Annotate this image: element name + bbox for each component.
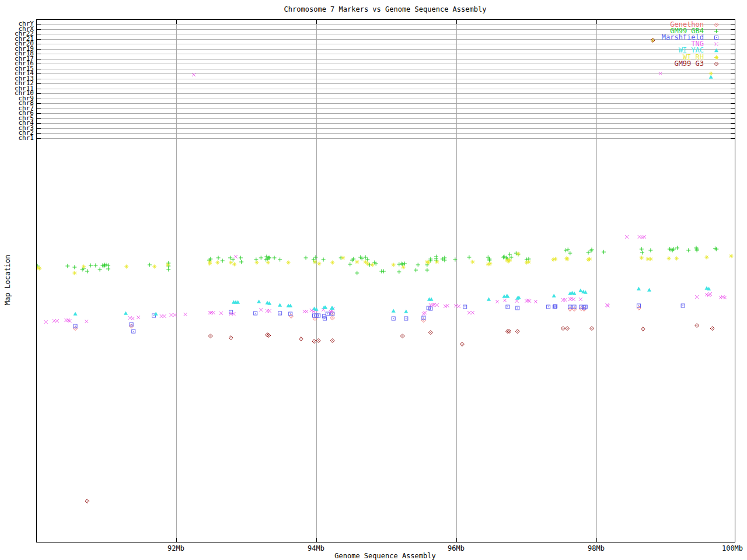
x-tick-label-92Mb: 92Mb bbox=[155, 545, 197, 552]
series-wi-yac bbox=[74, 75, 713, 316]
y-axis-label: Map Location bbox=[4, 255, 12, 306]
plot-area bbox=[36, 19, 735, 542]
plot-svg bbox=[37, 20, 735, 542]
series-marshfield bbox=[74, 304, 685, 333]
x-tick-label-98Mb: 98Mb bbox=[575, 545, 617, 552]
x-axis-label: Genome Sequence Assembly bbox=[36, 552, 734, 560]
x-tick-label-100Mb: 100Mb bbox=[711, 545, 747, 552]
series-gm99-gb4 bbox=[37, 246, 718, 275]
chart-canvas: Chromosome 7 Markers vs Genome Sequence … bbox=[0, 0, 747, 560]
series-genethon bbox=[74, 306, 641, 331]
chart-title: Chromosome 7 Markers vs Genome Sequence … bbox=[36, 5, 734, 13]
legend-label: GM99 G3 bbox=[674, 60, 704, 67]
legend-row: GM99 G3 bbox=[642, 60, 724, 67]
x-tick-label-96Mb: 96Mb bbox=[435, 545, 477, 552]
legend-marker-icon bbox=[713, 61, 720, 67]
series-gm99-g3 bbox=[85, 38, 714, 503]
series-tng bbox=[44, 72, 727, 324]
x-tick-label-94Mb: 94Mb bbox=[295, 545, 337, 552]
y-tick-label-chr1: chr1 bbox=[0, 135, 34, 141]
